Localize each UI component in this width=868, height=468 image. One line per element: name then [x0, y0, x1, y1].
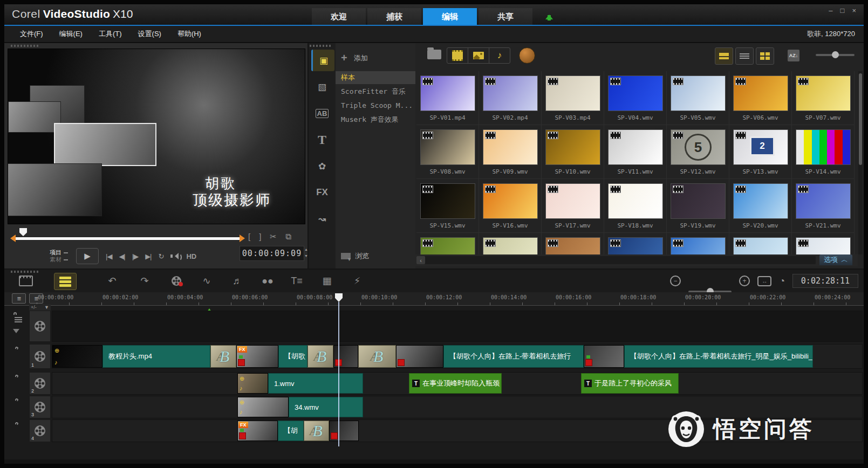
close-button[interactable]: ×	[852, 6, 856, 15]
gallery-item[interactable]: SP-V16.wmv	[479, 179, 542, 233]
repeat-button[interactable]: ↻	[159, 252, 164, 260]
gallery-item[interactable]: SP-V09.wmv	[479, 125, 542, 179]
menu-工具(T)[interactable]: 工具(T)	[91, 26, 130, 42]
duration-clock-icon[interactable]: ◔	[779, 276, 785, 287]
folder-icon[interactable]	[427, 50, 441, 59]
track-collapse-icon[interactable]	[13, 329, 19, 336]
mode-project[interactable]: 项目	[50, 249, 68, 256]
upload-arrow-icon[interactable]	[545, 11, 553, 22]
timeline-view-button[interactable]	[54, 273, 77, 290]
track-header[interactable]: 2	[29, 372, 51, 395]
minimize-button[interactable]: –	[829, 6, 832, 15]
enlarge-button[interactable]: ⧉	[285, 232, 291, 242]
gallery-item[interactable]: SP-V07.wmv	[792, 71, 855, 125]
sound-mixer-button[interactable]: ∿	[196, 273, 217, 289]
mark-out-button[interactable]: ]	[259, 232, 261, 242]
gallery-item[interactable]: SP-V15.wmv	[416, 179, 479, 233]
hd-toggle[interactable]: HD	[186, 252, 196, 260]
media-library-icon[interactable]: ▣	[311, 50, 334, 71]
add-icon[interactable]: +	[341, 52, 347, 64]
auto-music-button[interactable]: ♬	[227, 273, 248, 289]
track-add-remove[interactable]: +/- ▼	[29, 304, 51, 311]
gallery-item[interactable]: SP-V04.wmv	[604, 71, 667, 125]
gallery-item[interactable]: SP-V14.wmv	[792, 125, 855, 179]
track-header[interactable]	[29, 311, 51, 342]
transition-clip[interactable]: AB	[307, 345, 333, 368]
menu-文件(F)[interactable]: 文件(F)	[12, 26, 51, 42]
motion-tracking-button[interactable]: ⚡	[346, 273, 368, 289]
menu-帮助(H)[interactable]: 帮助(H)	[169, 26, 209, 42]
gallery-item[interactable]	[604, 233, 667, 254]
clip-thumb[interactable]: FX	[237, 421, 278, 441]
play-button[interactable]: ▶	[76, 248, 99, 264]
category-Triple Scoop M...[interactable]: Triple Scoop M...	[336, 99, 415, 112]
timecode-stepper[interactable]: ▲ ▼	[304, 246, 308, 259]
category-ScoreFitter 音乐[interactable]: ScoreFitter 音乐	[336, 85, 415, 98]
restore-button[interactable]: □	[840, 6, 845, 15]
clip-thumb[interactable]	[584, 345, 624, 368]
scroll-left-arrow[interactable]: ‹	[416, 256, 425, 264]
title-icon[interactable]: T	[311, 129, 333, 150]
thumbnail-view-button[interactable]	[715, 47, 733, 65]
gallery-item[interactable]: SP-V17.wmv	[542, 179, 604, 233]
360-video-icon[interactable]	[519, 47, 535, 64]
storyboard-view-button[interactable]	[15, 273, 37, 289]
stepper-down-icon[interactable]: ▼	[304, 253, 308, 259]
track-add-label[interactable]: +/-	[31, 304, 37, 311]
clip-title-于是踏上了寻初心的采风[interactable]: T于是踏上了寻初心的采风	[581, 373, 679, 394]
timeline-ruler[interactable]: ≣ ≣ 00:00:00:0000:00:02:0000:00:04:0000:…	[4, 292, 864, 306]
mark-in-button[interactable]: [	[248, 232, 250, 242]
subtitle-editor-button[interactable]: T≡	[286, 273, 307, 289]
tab-欢迎[interactable]: 欢迎	[312, 8, 366, 25]
clip-black[interactable]: ⊕♪	[52, 345, 102, 368]
clip-teal-【胡歌[interactable]: 【胡歌	[278, 345, 307, 368]
gallery-item[interactable]	[729, 233, 792, 254]
next-frame-button[interactable]: |▶	[132, 252, 138, 260]
filter-photos-button[interactable]	[468, 48, 489, 63]
project-duration[interactable]: 0:02:28:11	[792, 274, 858, 288]
gallery-vscrollbar[interactable]	[858, 71, 863, 254]
gallery-item[interactable]: SP-V20.wmv	[729, 179, 792, 233]
stepper-up-icon[interactable]: ▲	[304, 246, 308, 253]
gallery-hscrollbar[interactable]: ‹	[416, 256, 816, 264]
redo-button[interactable]: ↷	[134, 273, 155, 289]
split-clip-button[interactable]: ✂	[270, 232, 277, 242]
gallery-item[interactable]: SP-V06.wmv	[729, 71, 792, 125]
preview-timecode[interactable]: 00:00:09:09	[240, 246, 304, 261]
skip-end-button[interactable]: ▶|	[145, 252, 151, 260]
split-screen-template-button[interactable]: ▦	[316, 273, 338, 289]
tab-共享[interactable]: 共享	[479, 8, 532, 25]
menu-编辑(E)[interactable]: 编辑(E)	[51, 26, 91, 42]
clip-thumb[interactable]	[333, 345, 358, 368]
gallery-item[interactable]: SP-V18.wmv	[604, 179, 667, 233]
motion-path-icon[interactable]: ↝	[311, 208, 333, 230]
gallery-item[interactable]: SP-V05.wmv	[667, 71, 729, 125]
crossfade-button[interactable]: ●●	[257, 273, 278, 289]
clip-teal-【胡[interactable]: 【胡	[278, 421, 304, 441]
track-dropdown-icon[interactable]: ▼	[44, 304, 49, 311]
clip-thumb[interactable]	[396, 345, 443, 368]
track-lock-icon[interactable]	[13, 315, 22, 325]
menu-设置(S)[interactable]: 设置(S)	[130, 26, 169, 42]
add-category-row[interactable]: + 添加	[341, 52, 368, 64]
gallery-item[interactable]: SP-V11.wmv	[604, 125, 667, 179]
browse-row[interactable]: ▼ 浏览	[341, 251, 369, 261]
tab-编辑[interactable]: 编辑	[423, 8, 477, 25]
clip-teal-【胡歌个人向】在路上-带着相机去旅行[interactable]: 【胡歌个人向】在路上-带着相机去旅行	[443, 345, 584, 368]
gallery-item[interactable]	[667, 233, 729, 254]
gallery-item[interactable]: 5SP-V12.wmv	[667, 125, 729, 179]
volume-icon[interactable]	[170, 253, 179, 259]
skip-start-button[interactable]: |◀	[106, 252, 112, 260]
tab-捕获[interactable]: 捕获	[367, 8, 421, 25]
gallery-item[interactable]: SP-V01.mp4	[416, 71, 479, 125]
gallery-item[interactable]: SP-V21.wmv	[792, 179, 855, 233]
gallery-item[interactable]: SP-V19.wmv	[667, 179, 729, 233]
sort-icon[interactable]: AZ↓	[788, 50, 799, 61]
scrub-bar[interactable]	[12, 237, 241, 240]
gallery-item[interactable]	[416, 233, 479, 254]
clip-teal-【胡歌个人向】在路上-带着相机去旅行_明星_娱乐_bilibili_【[interactable]: 【胡歌个人向】在路上-带着相机去旅行_明星_娱乐_bilibili_【	[624, 345, 813, 368]
filter-fx-icon[interactable]: FX	[311, 182, 333, 203]
list-view-button[interactable]	[735, 47, 754, 65]
clip-thumb[interactable]	[329, 421, 359, 441]
track-manager-icon[interactable]: ≣	[12, 293, 26, 304]
